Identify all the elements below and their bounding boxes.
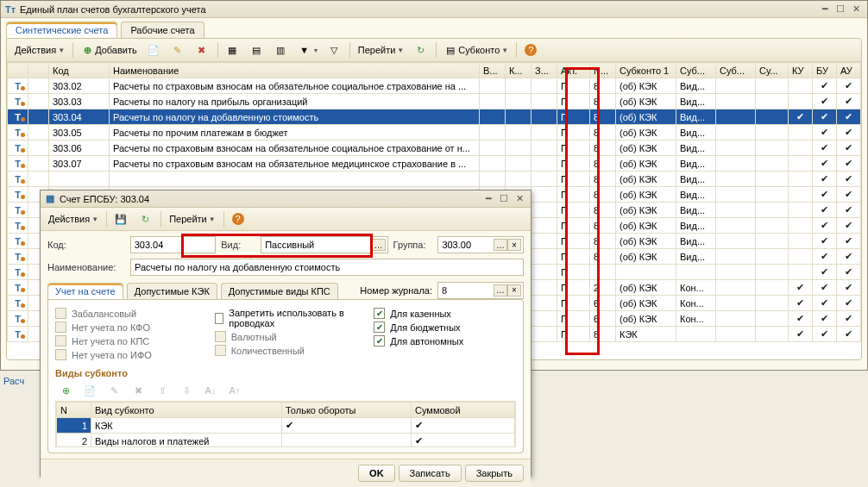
subcol-turn[interactable]: Только обороты <box>282 403 412 418</box>
group-field[interactable]: 303.00…× <box>437 236 524 253</box>
tab-account-settings[interactable]: Учет на счете <box>47 283 123 299</box>
label-kind: Вид: <box>221 240 255 250</box>
group-clear-icon[interactable]: × <box>507 239 521 251</box>
row-type-icon: T <box>8 218 28 234</box>
save-button[interactable]: Записать <box>399 465 462 482</box>
help-button[interactable]: ? <box>520 41 543 59</box>
table-row[interactable]: T303.04Расчеты по налогу на добавленную … <box>8 109 861 125</box>
sub-copy[interactable]: 📄 <box>79 382 102 399</box>
journal-open-icon[interactable]: … <box>494 284 507 297</box>
help-icon: ? <box>232 213 244 225</box>
dialog-actions[interactable]: Действия▼ <box>44 210 103 228</box>
kps-checkbox[interactable] <box>55 335 66 347</box>
col-au[interactable]: АУ <box>837 63 861 78</box>
actions-menu[interactable]: Действия▼ <box>10 41 69 59</box>
tool-2[interactable]: ▤ <box>246 41 268 59</box>
dialog-help[interactable]: ? <box>228 210 250 228</box>
subkonto-title: Виды субконто <box>55 368 516 378</box>
col-sub2[interactable]: Суб... <box>676 63 716 78</box>
row-type-icon: T <box>8 125 28 140</box>
tab-allowed-kek[interactable]: Допустимые КЭК <box>127 283 217 299</box>
tool-3[interactable]: ▥ <box>270 41 292 59</box>
qty-checkbox[interactable] <box>215 345 226 356</box>
col-bu[interactable]: БУ <box>813 63 837 78</box>
dialog-titlebar: ▦ Счет ЕПСБУ: 303.04 ━ ☐ ✕ <box>41 190 531 208</box>
kind-open-icon[interactable]: … <box>372 239 386 251</box>
col-sub3[interactable]: Суб... <box>716 63 756 78</box>
row-type-icon: T <box>8 140 28 156</box>
subkonto-grid[interactable]: N Вид субконто Только обороты Суммовой 1… <box>55 401 516 447</box>
subcol-kind[interactable]: Вид субконто <box>91 403 282 418</box>
tab-synthetic[interactable]: Синтетические счета <box>6 22 117 38</box>
refresh-button[interactable]: ↻ <box>410 41 432 59</box>
filter-button[interactable]: ▼▾ <box>294 41 322 59</box>
col-k[interactable]: К... <box>506 63 531 78</box>
journal-field[interactable]: 8…× <box>437 282 524 299</box>
sub-del[interactable]: ✖ <box>128 382 150 399</box>
sub-sort-desc[interactable]: A↑ <box>224 382 247 399</box>
table-row[interactable]: TП8(об) КЭКВид...✔✔ <box>8 172 861 187</box>
col-z[interactable]: З... <box>531 63 557 78</box>
dialog-goto[interactable]: Перейти▼ <box>165 210 220 228</box>
col-n[interactable]: N... <box>590 63 616 78</box>
close-button[interactable]: ✕ <box>848 3 864 15</box>
maximize-button[interactable]: ☐ <box>833 3 848 15</box>
zabal-checkbox[interactable] <box>55 308 66 319</box>
table-row[interactable]: T303.06Расчеты по страховым взносам на о… <box>8 140 861 156</box>
table-row[interactable]: T303.07Расчеты по страховым взносам на о… <box>8 156 861 172</box>
kfo-checkbox[interactable] <box>55 322 66 333</box>
col-sub1[interactable]: Субконто 1 <box>616 63 676 78</box>
sub-up[interactable]: ⇧ <box>152 382 174 399</box>
kaz-checkbox[interactable] <box>374 308 385 319</box>
add-button[interactable]: ⊕Добавить <box>77 41 142 59</box>
edit-button[interactable]: ✎ <box>167 41 190 59</box>
sub-sort-asc[interactable]: A↓ <box>200 382 223 399</box>
dialog-refresh[interactable]: ↻ <box>135 210 157 228</box>
add-copy-button[interactable]: 📄 <box>143 41 166 59</box>
table-row[interactable]: 1КЭК✔✔ <box>57 418 515 434</box>
code-field[interactable]: 303.04 <box>130 236 217 253</box>
label-code: Код: <box>47 240 125 250</box>
journal-clear-icon[interactable]: × <box>507 284 521 297</box>
sub-down[interactable]: ⇩ <box>176 382 198 399</box>
group-open-icon[interactable]: … <box>494 239 507 251</box>
tool-1[interactable]: ▦ <box>222 41 244 59</box>
table-row[interactable]: T303.03Расчеты по налогу на прибыль орга… <box>8 94 861 109</box>
col-v[interactable]: В... <box>480 63 506 78</box>
ok-button[interactable]: OK <box>358 465 395 482</box>
table-row[interactable]: T303.02Расчеты по страховым взносам на о… <box>8 78 861 94</box>
minimize-button[interactable]: ━ <box>817 3 833 15</box>
col-name[interactable]: Наименование <box>110 63 480 78</box>
save-icon: 💾 <box>115 213 127 225</box>
clear-filter-button[interactable]: ▽ <box>324 41 346 59</box>
name-field[interactable]: Расчеты по налогу на добавленную стоимос… <box>130 259 524 276</box>
ifo-checkbox[interactable] <box>55 349 66 360</box>
subcol-sum[interactable]: Суммовой <box>412 403 515 418</box>
dialog-save-icon[interactable]: 💾 <box>110 210 133 228</box>
row-type-icon: T <box>8 94 28 109</box>
sub-edit[interactable]: ✎ <box>104 382 126 399</box>
subkonto-menu[interactable]: ▤Субконто▼ <box>440 41 513 59</box>
dialog-minimize[interactable]: ━ <box>481 193 496 204</box>
forbid-checkbox[interactable] <box>215 313 224 324</box>
subcol-n[interactable]: N <box>57 403 91 418</box>
dialog-maximize[interactable]: ☐ <box>496 193 512 204</box>
dialog-close[interactable]: ✕ <box>512 193 527 204</box>
table-row[interactable]: T303.05Расчеты по прочим платежам в бюдж… <box>8 125 861 140</box>
goto-menu[interactable]: Перейти▼ <box>354 41 409 59</box>
col-code[interactable]: Код <box>49 63 110 78</box>
tab-allowed-kps[interactable]: Допустимые виды КПС <box>221 283 338 299</box>
col-act[interactable]: Акт. <box>557 63 590 78</box>
val-checkbox[interactable] <box>215 331 226 342</box>
aut-checkbox[interactable] <box>374 335 385 347</box>
calendar-icon: ▥ <box>274 44 286 56</box>
delete-button[interactable]: ✖ <box>192 41 214 59</box>
kind-field[interactable]: Пассивный… <box>261 236 387 253</box>
close-button-dialog[interactable]: Закрыть <box>465 465 524 482</box>
col-sub4[interactable]: Су... <box>756 63 789 78</box>
sub-add[interactable]: ⊕ <box>55 382 78 399</box>
col-ku[interactable]: КУ <box>789 63 813 78</box>
tab-working[interactable]: Рабочие счета <box>121 22 204 38</box>
table-row[interactable]: 2Виды налогов и платежей✔ <box>57 434 515 448</box>
budg-checkbox[interactable] <box>374 322 385 333</box>
